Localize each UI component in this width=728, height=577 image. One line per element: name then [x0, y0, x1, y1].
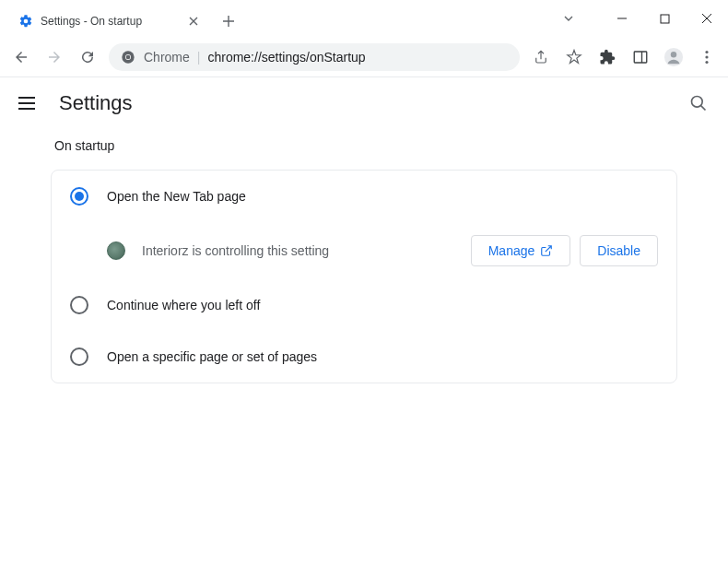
svg-point-8: [705, 50, 708, 53]
svg-point-3: [126, 54, 131, 59]
external-link-icon: [540, 244, 553, 257]
extension-notice-row: Interiorz is controlling this setting Ma…: [52, 222, 676, 279]
address-bar[interactable]: Chrome | chrome://settings/onStartup: [109, 43, 520, 71]
reload-button[interactable]: [72, 41, 103, 73]
option-specific-pages[interactable]: Open a specific page or set of pages: [52, 331, 676, 383]
maximize-button[interactable]: [643, 4, 686, 33]
settings-content: On startup Open the New Tab page Interio…: [0, 129, 728, 383]
hamburger-menu[interactable]: [18, 92, 41, 114]
page-title: Settings: [59, 91, 133, 115]
sidepanel-icon[interactable]: [625, 41, 656, 73]
radio-unselected[interactable]: [70, 296, 88, 314]
gear-icon: [18, 14, 33, 29]
bookmark-icon[interactable]: [558, 41, 590, 73]
option-continue[interactable]: Continue where you left off: [52, 279, 676, 331]
disable-label: Disable: [597, 243, 640, 258]
menu-icon[interactable]: [691, 41, 722, 73]
search-icon[interactable]: [687, 92, 710, 114]
section-title: On startup: [51, 138, 677, 153]
profile-avatar[interactable]: [658, 41, 689, 73]
browser-toolbar: Chrome | chrome://settings/onStartup: [0, 37, 728, 77]
manage-label: Manage: [488, 243, 535, 258]
extension-icon: [107, 241, 125, 260]
new-tab-button[interactable]: [216, 8, 241, 34]
radio-selected[interactable]: [70, 187, 88, 206]
svg-point-7: [671, 52, 676, 57]
svg-rect-0: [661, 15, 669, 23]
svg-point-9: [705, 55, 708, 58]
tab-search-button[interactable]: [547, 4, 590, 33]
settings-header: Settings: [0, 77, 728, 129]
tab-title: Settings - On startup: [41, 15, 186, 28]
close-tab-icon[interactable]: [186, 14, 201, 29]
option-new-tab[interactable]: Open the New Tab page: [52, 171, 676, 222]
option-label: Open a specific page or set of pages: [107, 349, 317, 364]
minimize-button[interactable]: [601, 4, 643, 33]
url-separator: |: [197, 50, 201, 65]
back-button[interactable]: [6, 41, 37, 73]
option-label: Open the New Tab page: [107, 189, 246, 204]
disable-button[interactable]: Disable: [580, 235, 658, 266]
option-label: Continue where you left off: [107, 298, 260, 312]
close-window-button[interactable]: [686, 4, 728, 33]
manage-button[interactable]: Manage: [471, 235, 571, 266]
chrome-icon: [120, 49, 136, 65]
window-titlebar: Settings - On startup: [0, 0, 728, 37]
forward-button: [39, 41, 70, 73]
share-icon[interactable]: [525, 41, 557, 73]
options-card: Open the New Tab page Interiorz is contr…: [51, 170, 677, 383]
url-path: chrome://settings/onStartup: [207, 50, 365, 65]
svg-rect-4: [634, 52, 647, 63]
svg-point-10: [705, 60, 708, 63]
radio-unselected[interactable]: [70, 347, 88, 366]
svg-point-11: [692, 97, 703, 108]
browser-tab[interactable]: Settings - On startup: [7, 6, 210, 37]
extension-message: Interiorz is controlling this setting: [142, 243, 462, 258]
svg-line-12: [701, 106, 706, 111]
window-controls: [547, 0, 728, 37]
on-startup-section: On startup Open the New Tab page Interio…: [51, 138, 677, 383]
url-origin: Chrome: [144, 50, 190, 65]
extensions-icon[interactable]: [592, 41, 623, 73]
